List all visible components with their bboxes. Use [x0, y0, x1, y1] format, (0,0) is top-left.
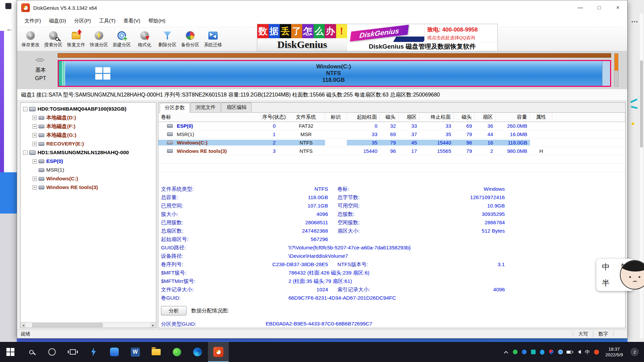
menu-file[interactable]: 文件(F) — [20, 16, 45, 26]
tray-blue-app[interactable] — [520, 342, 529, 362]
tree-item-hd0[interactable]: -HD0:TOSHIBAMQ04ABF100(932GB) — [20, 105, 156, 113]
expand-icon[interactable]: + — [33, 185, 37, 190]
menu-partition[interactable]: 分区(P) — [70, 16, 95, 26]
tray-sogou[interactable] — [592, 342, 601, 362]
scrollbar-thumb[interactable] — [32, 323, 103, 327]
maximize-button[interactable]: □ — [590, 0, 608, 15]
banner-qq-link[interactable]: 或点击此处选择QQ咨询 — [427, 35, 495, 41]
pinned-app-green[interactable] — [166, 342, 187, 362]
task-view-button[interactable] — [62, 342, 83, 362]
expand-icon[interactable]: + — [33, 116, 37, 120]
banner-headline: 数据丢了怎么办！ DiskGenius — [257, 24, 347, 51]
tree-item-windows-re[interactable]: +Windows RE tools(3) — [20, 183, 156, 192]
action-center-button[interactable]: 2 — [627, 348, 642, 356]
expand-icon[interactable]: + — [33, 177, 37, 181]
pinned-app-edge[interactable] — [187, 342, 208, 362]
tree-item-local-f[interactable]: +本地磁盘(F:) — [20, 122, 156, 131]
tray-ime-indicator[interactable]: 中 — [583, 342, 592, 362]
esp-partition-segment[interactable] — [59, 61, 62, 86]
table-row-windows-re[interactable]: Windows RE tools(3) 3 NTFS 15440 96 17 1… — [158, 147, 625, 155]
delete-partition-button[interactable]: 删除分区 — [156, 28, 179, 50]
tab-sector-edit[interactable]: 扇区编辑 — [221, 103, 252, 112]
tab-browse-files[interactable]: 浏览文件 — [191, 103, 221, 112]
pinned-app-blue[interactable] — [104, 342, 125, 362]
tray-qq[interactable] — [538, 342, 547, 362]
collapse-icon[interactable]: - — [23, 107, 28, 111]
background-scrollbar[interactable] — [639, 13, 643, 339]
disk-nav-arrows[interactable]: ◁▷ — [27, 57, 54, 63]
tree-item-hd1[interactable]: -HD1:SAMSUNGMZNLN128HAHQ-000 — [20, 148, 156, 157]
tray-expand-button[interactable] — [501, 342, 511, 362]
green-app-icon — [173, 348, 181, 356]
promo-banner[interactable]: 数据丢了怎么办！ DiskGenius DiskGenius 致电: 400-0… — [257, 24, 498, 51]
taskbar-clock[interactable]: 18:37 2022/5/9 — [601, 346, 627, 358]
menu-tools[interactable]: 工具(T) — [95, 16, 119, 26]
tray-teal-app[interactable] — [529, 342, 538, 362]
disk0-partition-strip[interactable] — [58, 53, 611, 58]
expand-icon[interactable]: + — [33, 133, 37, 137]
windows-c-partition-segment[interactable]: Windows(C:) NTFS 118.0GB — [65, 61, 602, 86]
tree-item-local-d[interactable]: +本地磁盘(D:) — [20, 113, 156, 122]
tree-item-msr[interactable]: MSR(1) — [20, 166, 156, 174]
tab-partition-params[interactable]: 分区参数 — [160, 103, 190, 113]
partition-map-scrollbar[interactable] — [614, 53, 619, 87]
minimize-button[interactable]: — — [571, 0, 590, 15]
expand-icon[interactable]: + — [33, 124, 37, 129]
quick-partition-button[interactable]: 快速分区 — [88, 28, 110, 50]
system-migration-button[interactable]: 系统迁移 — [202, 28, 224, 50]
notification-badge: 2 — [631, 348, 639, 356]
tree-item-local-g[interactable]: +本地磁盘(G:) — [20, 131, 156, 139]
partition-detail-panel: 分区参数 浏览文件 扇区编辑 卷标 序号(状态) 文件系统 标识 起始柱面 磁头… — [158, 102, 626, 328]
tree-horizontal-scrollbar[interactable]: ◂ ▸ — [20, 322, 156, 328]
close-button[interactable]: × — [608, 0, 627, 15]
search-partition-button[interactable]: 搜索分区 — [42, 28, 65, 50]
analyze-button[interactable]: 分析 — [161, 306, 186, 315]
cortana-button[interactable] — [42, 342, 62, 362]
ime-cn-indicator[interactable]: 中 — [602, 262, 610, 272]
msr-partition-segment[interactable] — [62, 61, 65, 86]
volume-icon — [167, 149, 173, 153]
more-options-icon[interactable]: ⋯ — [631, 17, 638, 25]
ime-halfwidth-indicator[interactable]: 半 — [602, 278, 610, 288]
scroll-right-icon[interactable]: ▸ — [150, 322, 156, 328]
start-button[interactable] — [0, 342, 21, 362]
menu-view[interactable]: 查看(V) — [119, 16, 144, 26]
tray-battery[interactable] — [565, 342, 574, 362]
menu-disk[interactable]: 磁盘(D) — [45, 16, 70, 26]
format-button[interactable]: 格式化 — [133, 28, 156, 50]
expand-icon[interactable]: + — [33, 142, 37, 146]
tray-green-app[interactable] — [511, 342, 520, 362]
tray-security-shield[interactable] — [547, 342, 556, 362]
new-partition-button[interactable]: 新建分区 — [110, 28, 133, 50]
system-tray: 中 18:37 2022/5/9 2 — [501, 342, 644, 362]
back-arrow-icon[interactable]: ← — [6, 25, 13, 33]
collapse-icon[interactable]: - — [23, 150, 28, 155]
backup-partition-button[interactable]: 备份分区 — [179, 28, 202, 50]
expand-icon[interactable]: + — [33, 159, 37, 164]
recover-files-button[interactable]: 恢复文件 — [65, 28, 88, 50]
volume-icon — [39, 125, 44, 128]
diskgenius-app-icon — [21, 3, 30, 12]
tray-volume[interactable] — [574, 342, 583, 362]
scroll-left-icon[interactable]: ◂ — [20, 322, 26, 328]
recovery-partition-segment[interactable] — [602, 61, 610, 86]
taskbar-search-button[interactable] — [21, 342, 42, 362]
scrollbar-thumb[interactable] — [640, 60, 643, 147]
tree-item-recovery-e[interactable]: +RECOVERY(E:) — [20, 139, 156, 148]
scrollbar-thumb[interactable] — [614, 54, 618, 71]
table-row-windows-c[interactable]: Windows(C:) 2 NTFS 35 79 45 15440 96 16 … — [158, 138, 625, 147]
pinned-app-file-explorer[interactable] — [146, 342, 166, 362]
tree-item-esp[interactable]: +ESP(0) — [20, 157, 156, 166]
pinned-app-word[interactable]: W — [125, 342, 146, 362]
prev-disk-icon[interactable]: ◁ — [35, 57, 41, 62]
table-row-msr[interactable]: MSR(1) 1 MSR 33 69 37 35 79 44 16.0MB — [158, 130, 625, 138]
pinned-app-lightning[interactable] — [83, 342, 104, 362]
taskbar-diskgenius-active[interactable] — [208, 342, 229, 362]
backup-pie-icon — [185, 31, 196, 41]
tree-item-windows-c[interactable]: +Windows(C:) — [20, 174, 156, 183]
tray-snowflake-app[interactable] — [556, 342, 565, 362]
next-disk-icon[interactable]: ▷ — [41, 57, 46, 62]
save-changes-button[interactable]: 保存更改 — [19, 28, 42, 50]
menu-help[interactable]: 帮助(H) — [144, 16, 169, 26]
table-row-esp[interactable]: ESP(0) 0 FAT32 0 32 33 33 69 36 260.0MB — [158, 122, 625, 130]
